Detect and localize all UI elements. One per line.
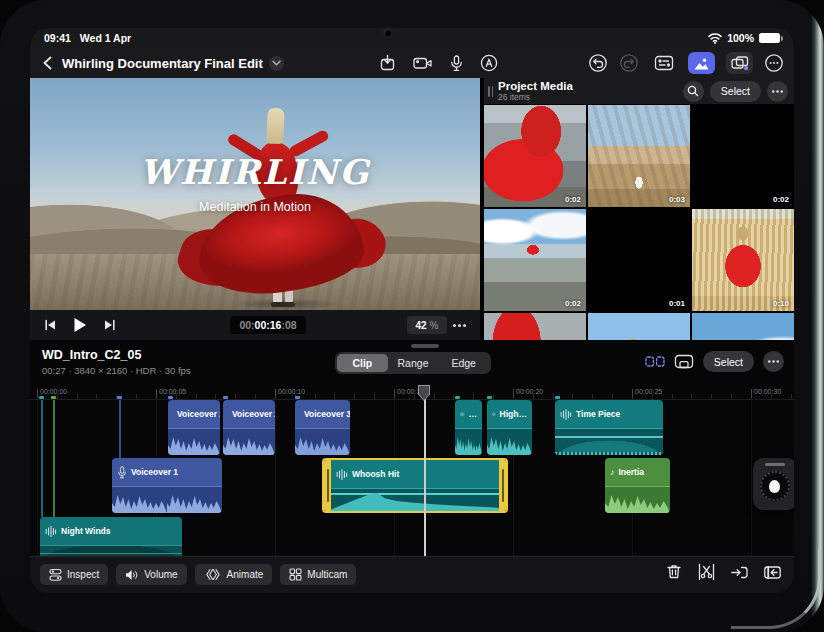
clip-appearance-button[interactable] (645, 353, 665, 370)
media-select-button[interactable]: Select (710, 81, 761, 102)
delete-button[interactable] (665, 563, 683, 581)
timeline-select-button[interactable]: Select (703, 351, 754, 372)
media-thumbnail[interactable] (588, 313, 690, 340)
multicam-button[interactable]: Multicam (280, 564, 356, 585)
ruler-label: 00:00:30 (754, 388, 781, 395)
microphone-button[interactable] (450, 54, 463, 72)
jog-wheel[interactable] (753, 458, 794, 510)
ellipsis-icon (772, 360, 775, 363)
timeline-clip-voiceover-2a[interactable]: Voiceover 2 (168, 400, 220, 455)
timeline-clip-time-piece[interactable]: Time Piece (555, 400, 663, 455)
timeline-clip-voiceover-3[interactable]: Voiceover 3 (295, 400, 350, 455)
dervish-hat (266, 108, 284, 145)
status-bar: 09:41 Wed 1 Apr 100% (30, 28, 794, 48)
search-button[interactable] (683, 81, 704, 102)
timeline-clip-high[interactable]: High… (487, 400, 532, 455)
media-thumbnail[interactable]: 0:02 (484, 209, 586, 311)
redo-icon (619, 53, 639, 73)
jog-drag-bar[interactable] (765, 463, 785, 466)
mode-range[interactable]: Range (388, 354, 439, 372)
front-camera (384, 29, 391, 36)
timecode-current: 00:16 (255, 319, 282, 331)
camera-button[interactable] (413, 54, 433, 72)
effects-browser-button[interactable] (726, 52, 753, 74)
ellipsis-circle-icon (764, 53, 784, 73)
clip-connection-marker (117, 396, 122, 399)
timecode-display[interactable]: 00:00:16:08 (230, 316, 306, 334)
media-thumbnail[interactable]: 0:10 (692, 209, 794, 311)
battery-icon (759, 33, 780, 43)
clip-label: … (469, 409, 478, 419)
back-chevron-icon (40, 54, 56, 72)
clip-label: Voiceover 2 (177, 409, 220, 419)
redo-button[interactable] (619, 53, 639, 73)
viewer-controls: 00:00:16:08 42% (30, 310, 480, 340)
clip-duration: 0:03 (669, 195, 685, 204)
media-thumbnail[interactable]: 0:01 (588, 209, 690, 311)
waveform-icon (45, 525, 57, 537)
media-thumbnail[interactable] (484, 313, 586, 340)
overlay-view-icon (674, 353, 694, 370)
media-thumbnail[interactable]: 0:02 (692, 105, 794, 207)
play-button[interactable] (73, 317, 87, 333)
project-media-panel: Project Media 26 items Select 0:02 0:03 … (484, 78, 794, 340)
blade-button[interactable] (697, 563, 716, 581)
media-grid: 0:02 0:03 0:02 0:02 0:01 0:10 (484, 104, 794, 340)
waveform-icon (336, 468, 348, 480)
ipad-device: 09:41 Wed 1 Apr 100% Whirling Documentar… (0, 0, 824, 632)
title-menu-button[interactable] (269, 56, 284, 71)
clip-connection-marker (51, 396, 56, 399)
timeline-clip-voiceover-2b[interactable]: Voiceover 2 (223, 400, 275, 455)
mode-clip[interactable]: Clip (337, 354, 388, 372)
media-more-button[interactable] (767, 81, 788, 102)
timeline-ruler[interactable]: 00:00:00 00:00:05 00:00:10 00:00:15 00:0… (30, 385, 794, 400)
clip-connection-marker (555, 396, 560, 399)
effects-icon (730, 55, 750, 72)
viewer-zoom-control[interactable]: 42% (407, 316, 447, 334)
project-title[interactable]: Whirling Documentary Final Edit (62, 56, 263, 71)
timeline-clip-whoosh-hit-selected[interactable]: Whoosh Hit (322, 458, 508, 513)
app-toolbar: Whirling Documentary Final Edit (30, 48, 794, 78)
inspect-button[interactable]: Inspect (40, 564, 108, 585)
panel-drag-handle[interactable] (488, 86, 493, 97)
more-button[interactable] (764, 53, 784, 73)
mode-edge[interactable]: Edge (438, 354, 489, 372)
animate-button[interactable]: Animate (195, 564, 273, 585)
trim-handle-left[interactable] (324, 460, 331, 511)
timeline-clip-sfx-small[interactable]: … (455, 400, 482, 455)
skip-forward-icon (103, 319, 116, 331)
trim-handle-right[interactable] (499, 460, 506, 511)
annotate-button[interactable] (480, 54, 498, 72)
clip-label: Night Winds (61, 526, 111, 536)
viewer-canvas[interactable]: WHIRLING Meditation in Motion (30, 78, 480, 310)
ruler-label: 00:00:10 (278, 388, 305, 395)
undo-button[interactable] (588, 53, 608, 73)
item-count: 26 items (498, 93, 573, 102)
waveform-icon (560, 408, 572, 420)
timeline-clip-voiceover-1[interactable]: Voiceover 1 (112, 458, 222, 513)
media-thumbnail[interactable]: 0:02 (484, 105, 586, 207)
timeline-resize-handle[interactable] (411, 344, 439, 348)
clip-duration: 0:10 (773, 299, 789, 308)
volume-button[interactable]: Volume (116, 564, 186, 585)
export-button[interactable] (379, 54, 396, 72)
timeline-more-button[interactable] (763, 351, 784, 372)
timeline-clip-night-winds[interactable]: Night Winds (40, 517, 182, 556)
skip-forward-button[interactable] (103, 319, 116, 331)
viewer-more-button[interactable] (458, 324, 461, 327)
clip-connection-marker (39, 396, 44, 399)
search-icon (687, 85, 699, 97)
back-button[interactable] (40, 54, 56, 72)
clip-label: Voiceover 2 (232, 409, 275, 419)
timeline-clip-inertia[interactable]: ♪Inertia (605, 458, 670, 513)
skip-back-button[interactable] (44, 319, 57, 331)
mic-icon (117, 466, 127, 479)
media-thumbnail[interactable]: 0:03 (588, 105, 690, 207)
media-browser-button[interactable] (688, 52, 715, 74)
overlay-view-button[interactable] (674, 353, 694, 370)
playhead-line (424, 385, 426, 556)
browser-toggle-icon (654, 54, 674, 72)
clip-duration: 0:02 (565, 195, 581, 204)
media-thumbnail[interactable] (692, 313, 794, 340)
browser-toggle-button[interactable] (650, 52, 677, 74)
